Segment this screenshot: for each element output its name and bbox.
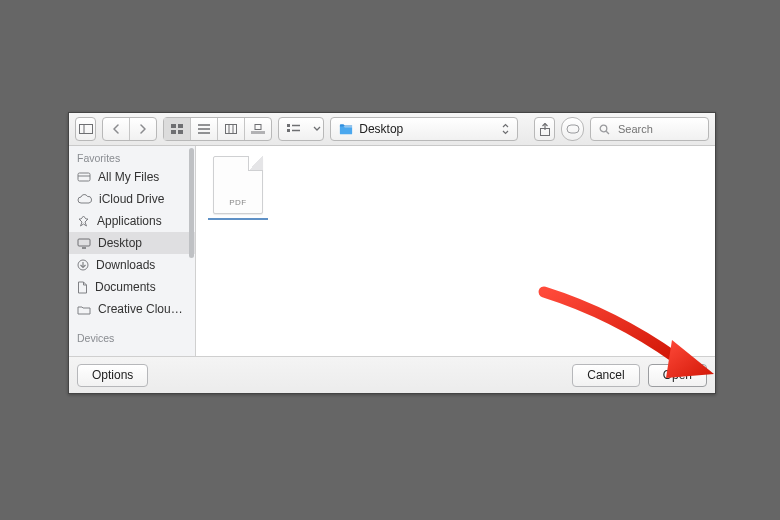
sidebar-item-applications[interactable]: Applications: [69, 210, 195, 232]
svg-rect-26: [78, 239, 90, 246]
view-icon-button[interactable]: [164, 118, 191, 140]
svg-rect-5: [178, 130, 183, 134]
svg-rect-4: [171, 130, 176, 134]
svg-rect-21: [567, 125, 579, 133]
file-thumbnail: PDF: [213, 156, 263, 214]
group-by-button[interactable]: [278, 117, 324, 141]
view-mode-segment: [163, 117, 272, 141]
file-item[interactable]: PDF: [208, 156, 268, 220]
nav-back-forward: [102, 117, 157, 141]
file-browser[interactable]: PDF: [196, 146, 715, 356]
sidebar-item-label: Downloads: [96, 258, 155, 272]
open-label: Open: [663, 368, 692, 382]
sidebar: Favorites All My Files iCloud Drive Appl…: [69, 146, 196, 356]
sidebar-item-icloud-drive[interactable]: iCloud Drive: [69, 188, 195, 210]
sidebar-item-label: iCloud Drive: [99, 192, 164, 206]
sidebar-scrollbar[interactable]: [189, 148, 194, 258]
sidebar-item-creative-cloud[interactable]: Creative Clou…: [69, 298, 195, 320]
open-button[interactable]: Open: [648, 364, 707, 387]
path-chevrons-icon: [502, 123, 509, 135]
sidebar-item-label: All My Files: [98, 170, 159, 184]
sidebar-item-label: Documents: [95, 280, 156, 294]
sidebar-item-label: Applications: [97, 214, 162, 228]
view-coverflow-button[interactable]: [245, 118, 271, 140]
back-button[interactable]: [103, 118, 130, 140]
cancel-button[interactable]: Cancel: [572, 364, 639, 387]
sidebar-item-all-my-files[interactable]: All My Files: [69, 166, 195, 188]
path-label: Desktop: [359, 122, 403, 136]
all-my-files-icon: [77, 171, 91, 183]
sidebar-item-desktop[interactable]: Desktop: [69, 232, 195, 254]
cloud-icon: [77, 194, 92, 205]
search-field[interactable]: [590, 117, 709, 141]
options-label: Options: [92, 368, 133, 382]
svg-point-22: [600, 125, 607, 132]
file-selection-indicator: [208, 218, 268, 220]
file-type-tag: PDF: [214, 198, 262, 207]
path-dropdown[interactable]: Desktop: [330, 117, 518, 141]
search-input[interactable]: [616, 122, 700, 136]
folder-icon: [77, 304, 91, 315]
sidebar-section-devices: Devices: [69, 326, 195, 346]
applications-icon: [77, 215, 90, 228]
svg-rect-3: [178, 124, 183, 128]
folder-icon: [339, 123, 353, 135]
cancel-label: Cancel: [587, 368, 624, 382]
sidebar-item-documents[interactable]: Documents: [69, 276, 195, 298]
sidebar-item-label: Creative Clou…: [98, 302, 183, 316]
svg-line-23: [606, 131, 609, 134]
svg-rect-16: [287, 129, 290, 132]
sidebar-item-label: Desktop: [98, 236, 142, 250]
desktop-icon: [77, 238, 91, 249]
share-button[interactable]: [534, 117, 555, 141]
forward-button[interactable]: [130, 118, 156, 140]
svg-rect-12: [255, 125, 261, 130]
dialog-footer: Options Cancel Open: [69, 356, 715, 393]
svg-rect-0: [79, 125, 92, 134]
view-list-button[interactable]: [191, 118, 218, 140]
toolbar: Desktop: [69, 113, 715, 146]
downloads-icon: [77, 259, 89, 271]
sidebar-item-downloads[interactable]: Downloads: [69, 254, 195, 276]
sidebar-section-favorites: Favorites: [69, 146, 195, 166]
chevron-down-icon: [311, 118, 323, 140]
svg-rect-2: [171, 124, 176, 128]
svg-rect-15: [287, 124, 290, 127]
open-file-dialog: Desktop Favorites All My Files iCloud: [68, 112, 716, 394]
view-column-button[interactable]: [218, 118, 245, 140]
dialog-body: Favorites All My Files iCloud Drive Appl…: [69, 146, 715, 356]
search-icon: [599, 124, 610, 135]
svg-rect-9: [226, 125, 237, 134]
svg-rect-24: [78, 173, 90, 181]
documents-icon: [77, 281, 88, 294]
sidebar-toggle-button[interactable]: [75, 117, 96, 141]
tags-button[interactable]: [561, 117, 584, 141]
options-button[interactable]: Options: [77, 364, 148, 387]
